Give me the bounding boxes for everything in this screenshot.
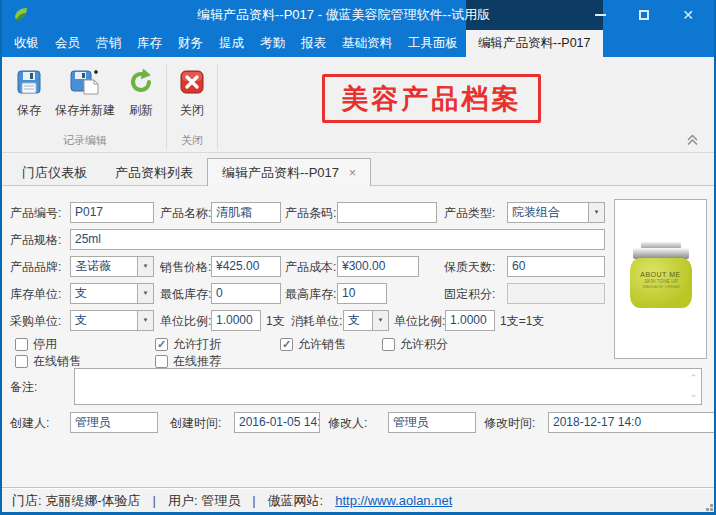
checkbox-allow-sale[interactable]: 允许销售 (280, 337, 346, 351)
resize-grip[interactable] (703, 501, 713, 511)
product-name-input[interactable]: 清肌霜 (211, 202, 281, 223)
cost-input[interactable]: ¥300.00 (337, 256, 419, 277)
product-image-panel: ABOUT ME SKIN TONE UP MASSAGE CREAM (614, 199, 707, 359)
checkbox-online-sale[interactable]: 在线销售 (15, 354, 81, 368)
unit-ratio1-suffix: 1支 (266, 310, 285, 332)
menu-item-cashier[interactable]: 收银 (6, 30, 47, 57)
checkbox-allow-discount[interactable]: 允许打折 (155, 337, 221, 351)
consume-unit-select[interactable]: 支 (343, 310, 389, 331)
purchase-unit-select[interactable]: 支 (70, 310, 154, 331)
creator-input[interactable]: 管理员 (70, 412, 158, 433)
barcode-label: 产品条码: (285, 202, 336, 224)
tab-store-dashboard[interactable]: 门店仪表板 (8, 160, 101, 185)
dropdown-arrow-icon[interactable] (137, 257, 153, 276)
window-controls: ✕ (578, 0, 710, 30)
scroll-up-icon[interactable]: ⌃ (687, 370, 700, 387)
product-type-label: 产品类型: (444, 202, 495, 224)
checkbox-disabled[interactable]: 停用 (15, 337, 57, 351)
menu-item-basedata[interactable]: 基础资料 (334, 30, 400, 57)
close-tab-button[interactable]: 关闭 (171, 62, 213, 121)
unit-ratio2-input[interactable]: 1.0000 (445, 310, 495, 331)
minimize-button[interactable] (578, 0, 622, 30)
dropdown-arrow-icon[interactable] (137, 284, 153, 303)
minimize-icon (595, 14, 606, 16)
ribbon-group-close: 关闭 关闭 (171, 62, 213, 152)
unit-ratio1-input[interactable]: 1.0000 (211, 310, 261, 331)
product-code-input[interactable]: P017 (70, 202, 154, 223)
menu-item-commission[interactable]: 提成 (211, 30, 252, 57)
ribbon-toolbar: 保存 保存并新建 (2, 57, 714, 153)
app-logo-icon (11, 5, 31, 25)
menu-item-inventory[interactable]: 库存 (129, 30, 170, 57)
checkbox-allow-points[interactable]: 允许积分 (382, 337, 448, 351)
dropdown-arrow-icon[interactable] (588, 203, 604, 222)
product-type-select[interactable]: 院装组合 (507, 202, 605, 223)
save-and-new-label: 保存并新建 (55, 102, 115, 119)
brand-select[interactable]: 圣诺薇 (70, 256, 154, 277)
unit-ratio2-suffix: 1支=1支 (500, 310, 606, 332)
save-and-new-button[interactable]: 保存并新建 (50, 62, 120, 121)
jar-line1-text: SKIN TONE UP (636, 279, 686, 284)
cost-label: 产品成本: (285, 256, 336, 278)
save-button[interactable]: 保存 (8, 62, 50, 121)
fixed-points-input[interactable] (507, 283, 605, 304)
website-link[interactable]: http://www.aolan.net (335, 493, 452, 508)
window-title: 编辑产品资料--P017 - 傲蓝美容院管理软件--试用版 (197, 0, 490, 30)
close-icon: ✕ (682, 8, 694, 22)
menu-item-marketing[interactable]: 营销 (88, 30, 129, 57)
remark-scrollbar[interactable]: ⌃ ⌄ (687, 370, 700, 403)
barcode-input[interactable] (337, 202, 437, 223)
product-archive-stamp: 美容产品档案 (322, 74, 541, 123)
collapse-ribbon-button[interactable] (684, 133, 700, 147)
purchase-unit-label: 采购单位: (10, 310, 61, 332)
menu-item-attendance[interactable]: 考勤 (252, 30, 293, 57)
spec-input[interactable]: 25ml (70, 229, 605, 250)
modify-time-input[interactable]: 2018-12-17 14:0 (548, 412, 716, 433)
dropdown-arrow-icon[interactable] (137, 311, 153, 330)
consume-unit-value: 支 (348, 313, 360, 327)
menu-item-toolpanel[interactable]: 工具面板 (400, 30, 466, 57)
tab-close-icon[interactable]: × (349, 167, 356, 179)
modifier-label: 修改人: (328, 412, 367, 434)
checkbox-online-recommend[interactable]: 在线推荐 (155, 354, 221, 368)
close-button[interactable]: ✕ (666, 0, 710, 30)
modifier-input[interactable]: 管理员 (388, 412, 476, 433)
menu-item-finance[interactable]: 财务 (170, 30, 211, 57)
status-bar: 门店: 克丽缇娜-体验店 | 用户: 管理员 | 傲蓝网站: http://ww… (2, 489, 714, 512)
menu-item-active[interactable]: 编辑产品资料--P017 (466, 30, 603, 57)
sale-price-label: 销售价格: (160, 256, 211, 278)
menu-item-report[interactable]: 报表 (293, 30, 334, 57)
stock-unit-select[interactable]: 支 (70, 283, 154, 304)
checkbox-icon[interactable] (155, 338, 168, 351)
checkbox-icon[interactable] (155, 355, 168, 368)
stock-unit-label: 库存单位: (10, 283, 61, 305)
ribbon-separator (217, 65, 218, 149)
tab-edit-product[interactable]: 编辑产品资料--P017 × (207, 158, 371, 186)
max-stock-input[interactable]: 10 (337, 283, 387, 304)
checkbox-allow-discount-label: 允许打折 (173, 336, 221, 353)
sale-price-input[interactable]: ¥425.00 (211, 256, 281, 277)
checkbox-icon[interactable] (15, 338, 28, 351)
shelf-days-input[interactable]: 60 (507, 256, 605, 277)
unit-ratio2-label: 单位比例: (394, 310, 445, 332)
checkbox-icon[interactable] (382, 338, 395, 351)
remark-textarea[interactable]: ⌃ ⌄ (74, 368, 702, 405)
menu-item-member[interactable]: 会员 (47, 30, 88, 57)
checkbox-online-sale-label: 在线销售 (33, 353, 81, 370)
tab-product-list[interactable]: 产品资料列表 (101, 160, 207, 185)
ribbon-group-close-label: 关闭 (171, 130, 213, 152)
status-user: 用户: 管理员 (168, 492, 240, 510)
create-time-input[interactable]: 2016-01-05 14:2 (234, 412, 320, 433)
refresh-icon (126, 67, 156, 97)
min-stock-input[interactable]: 0 (211, 283, 281, 304)
checkbox-icon[interactable] (280, 338, 293, 351)
creator-label: 创建人: (10, 412, 49, 434)
dropdown-arrow-icon[interactable] (372, 311, 388, 330)
scroll-down-icon[interactable]: ⌄ (687, 387, 700, 404)
checkbox-allow-points-label: 允许积分 (400, 336, 448, 353)
checkbox-icon[interactable] (15, 355, 28, 368)
refresh-button[interactable]: 刷新 (120, 62, 162, 121)
close-tab-label: 关闭 (180, 102, 204, 119)
product-name-label: 产品名称: (160, 202, 211, 224)
maximize-button[interactable] (622, 0, 666, 30)
